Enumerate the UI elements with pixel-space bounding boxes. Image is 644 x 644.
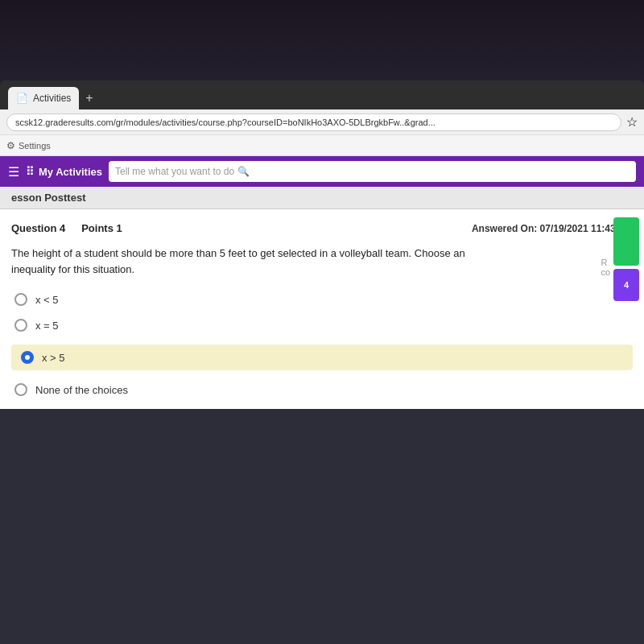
active-tab[interactable]: 📄 Activities xyxy=(8,87,79,109)
option-4-text: None of the choices xyxy=(35,384,128,396)
question-container: Question 4 Points 1 Answered On: 07/19/2… xyxy=(0,209,644,409)
settings-bar: ⚙ Settings xyxy=(0,135,644,156)
lesson-header: esson Posttest xyxy=(0,187,644,209)
answer-option-3[interactable]: x > 5 xyxy=(11,345,633,370)
answer-option-2[interactable]: x = 5 xyxy=(14,319,633,332)
bookmark-icon[interactable]: ☆ xyxy=(626,114,638,130)
my-activities-label: My Activities xyxy=(39,166,102,178)
nav-bar: ☰ ⠿ My Activities Tell me what you want … xyxy=(0,156,644,187)
right-sidebar-buttons: 4 xyxy=(609,209,644,309)
tab-favicon: 📄 xyxy=(16,93,28,104)
settings-label[interactable]: Settings xyxy=(19,141,51,151)
sidebar-purple-button-4[interactable]: 4 xyxy=(613,269,639,301)
browser-tabs: 📄 Activities + xyxy=(0,80,644,109)
tab-label: Activities xyxy=(33,93,71,104)
new-tab-button[interactable]: + xyxy=(79,87,99,109)
gear-icon: ⚙ xyxy=(6,140,15,151)
answer-option-4[interactable]: None of the choices xyxy=(14,383,633,396)
option-2-text: x = 5 xyxy=(35,320,59,332)
content-area: esson Posttest Question 4 Points 1 Answe… xyxy=(0,187,644,409)
answer-options: x < 5 x = 5 x > 5 xyxy=(11,293,633,396)
option-3-text: x > 5 xyxy=(42,352,65,364)
sidebar-green-button[interactable] xyxy=(613,217,639,266)
lesson-header-text: esson Posttest xyxy=(11,192,85,204)
question-text: The height of a student should be more t… xyxy=(11,246,478,277)
address-bar: scsk12.graderesults.com/gr/modules/activ… xyxy=(0,109,644,135)
url-input[interactable]: scsk12.graderesults.com/gr/modules/activ… xyxy=(6,114,621,131)
option-1-text: x < 5 xyxy=(35,294,59,306)
hint-r: R xyxy=(601,258,607,267)
url-text: scsk12.graderesults.com/gr/modules/activ… xyxy=(15,118,436,127)
hamburger-icon[interactable]: ☰ xyxy=(8,164,19,180)
screen-wrapper: 📄 Activities + scsk12.graderesults.com/g… xyxy=(0,0,644,644)
radio-button-4[interactable] xyxy=(14,383,27,396)
question-meta: Question 4 Points 1 Answered On: 07/19/2… xyxy=(11,222,633,234)
hint-c: co xyxy=(601,267,610,277)
radio-button-2[interactable] xyxy=(14,319,27,332)
radio-button-3[interactable] xyxy=(21,351,34,364)
grid-icon: ⠿ xyxy=(26,165,34,178)
right-hint-text: R co xyxy=(601,258,610,277)
question-label: Question 4 xyxy=(11,222,65,234)
points-label: Points 1 xyxy=(81,222,122,234)
search-icon: 🔍 xyxy=(237,166,250,177)
answer-option-1[interactable]: x < 5 xyxy=(14,293,633,306)
radio-inner-3 xyxy=(25,355,30,360)
browser-chrome: 📄 Activities + scsk12.graderesults.com/g… xyxy=(0,80,644,409)
search-placeholder-text: Tell me what you want to do xyxy=(115,166,234,177)
my-activities-button[interactable]: ⠿ My Activities xyxy=(26,165,102,178)
search-bar[interactable]: Tell me what you want to do 🔍 xyxy=(109,161,636,182)
radio-button-1[interactable] xyxy=(14,293,27,306)
